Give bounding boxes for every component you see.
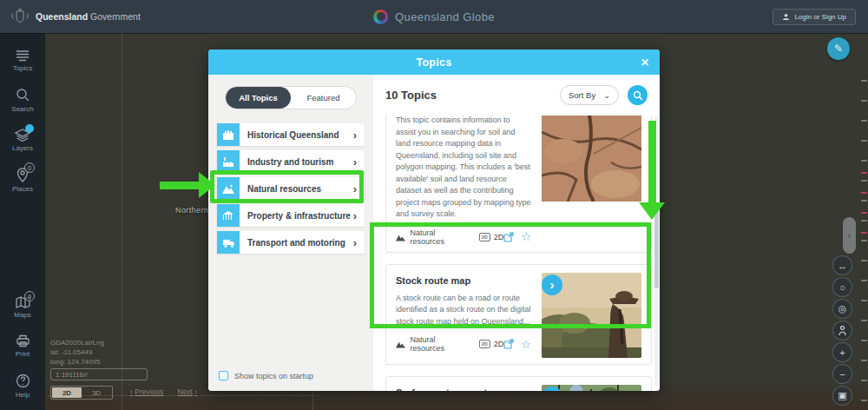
category-property-infrastructure[interactable]: Property & infrastructure › <box>217 204 365 227</box>
latitude-value: lat: -11.05449 <box>50 347 104 357</box>
swipe-icon: ↔ <box>838 261 847 271</box>
sidebar-bottom-group: 0 Maps Print Help <box>0 288 45 407</box>
favourite-star-icon[interactable]: ☆ <box>521 339 531 350</box>
chevron-left-icon: ‹ <box>130 387 133 396</box>
coordinate-readout: GDA2020Lat/Lng lat: -11.05449 long: 124.… <box>50 338 104 367</box>
map-ruler <box>861 80 867 405</box>
locate-button[interactable]: ◎ <box>832 299 852 319</box>
scrollbar-thumb[interactable] <box>654 208 659 288</box>
chevron-right-icon: › <box>353 236 357 249</box>
topic-card-surface-water[interactable]: › Surface water mgmt (unsupplemented wat… <box>385 376 652 392</box>
map-control-column: ↔ ○ ◎ + − ▣ <box>832 255 852 406</box>
topic-title: Surface water mgmt (unsupplemented water… <box>396 387 531 392</box>
coat-of-arms-icon <box>10 8 30 25</box>
sidebar-item-maps[interactable]: 0 Maps <box>0 288 45 327</box>
help-icon <box>16 374 30 388</box>
truck-icon <box>217 231 240 254</box>
chevron-right-icon: › <box>353 182 357 195</box>
sidebar-item-layers[interactable]: Layers <box>0 121 45 160</box>
datum-label: GDA2020Lat/Lng <box>50 338 104 347</box>
open-in-map-icon[interactable] <box>503 232 514 242</box>
minus-icon: − <box>839 369 845 380</box>
left-sidebar: Topics Search Layers 0 Places 0 Maps <box>0 33 45 410</box>
topic-description: This topic contains information to assis… <box>396 116 531 221</box>
card-text: This topic contains information to assis… <box>396 116 531 246</box>
longitude-value: long: 124.74095 <box>50 357 104 367</box>
topic-image-cracked-soil <box>542 116 641 246</box>
orbit-button[interactable]: ○ <box>832 277 852 297</box>
topics-results-panel: 10 Topics Sort By ⌄ This topic contains … <box>373 75 660 391</box>
sidebar-item-search[interactable]: Search <box>0 80 45 121</box>
panel-collapse-handle[interactable]: ‹ <box>843 217 856 254</box>
category-natural-resources[interactable]: Natural resources › <box>217 177 365 200</box>
tab-all-topics[interactable]: All Topics <box>226 87 291 109</box>
topic-card-stock-route[interactable]: › Stock route map A stock route can be a… <box>385 264 652 365</box>
topic-actions: ☆ <box>503 339 531 350</box>
app-title: Queensland Globe <box>395 10 495 23</box>
layers-badge <box>25 124 34 133</box>
topics-icon <box>15 50 30 62</box>
topic-title: Stock route map <box>396 274 531 287</box>
search-icon <box>633 90 643 101</box>
mountain-icon <box>396 340 406 348</box>
sidebar-item-print[interactable]: Print <box>0 327 45 366</box>
zoom-in-button[interactable]: + <box>832 342 852 362</box>
graticule-line <box>122 33 122 410</box>
mountain-icon <box>396 233 406 241</box>
chevron-right-icon: › <box>353 209 357 222</box>
printer-icon <box>16 334 30 347</box>
maps-badge: 0 <box>24 291 35 301</box>
swipe-tool-button[interactable]: ↔ <box>832 255 852 275</box>
card-text: Stock route map A stock route can be a r… <box>396 273 531 358</box>
chevron-right-icon: › <box>194 387 197 396</box>
topic-description: A stock route can be a road or route ide… <box>396 293 531 328</box>
user-icon <box>782 13 790 21</box>
extent-icon: ▣ <box>838 390 846 401</box>
sort-by-dropdown[interactable]: Sort By ⌄ <box>560 85 619 105</box>
modal-title: Topics <box>416 56 451 69</box>
category-transport-motoring[interactable]: Transport and motoring › <box>217 231 365 254</box>
map-place-label: Northern <box>175 206 208 215</box>
dimension-label: 2D <box>494 340 504 348</box>
category-historical-queensland[interactable]: Historical Queensland › <box>217 123 365 146</box>
industry-icon <box>217 150 240 173</box>
sidebar-top-group: Topics Search Layers 0 Places <box>0 42 45 201</box>
dimension-icon: 2D <box>479 340 490 348</box>
startup-option: Show topics on startup <box>219 371 313 380</box>
topic-card-soil-land[interactable]: This topic contains information to assis… <box>385 116 652 253</box>
target-icon: ◎ <box>838 303 847 314</box>
show-topics-checkbox[interactable] <box>219 371 228 380</box>
sidebar-item-topics[interactable]: Topics <box>0 42 45 80</box>
draw-tool-button[interactable]: ✎ <box>827 37 850 60</box>
previous-link[interactable]: ‹ Previous <box>130 387 163 396</box>
extent-button[interactable]: ▣ <box>832 386 852 406</box>
queensland-government-logo[interactable]: Queensland Government <box>0 8 141 25</box>
sidebar-item-help[interactable]: Help <box>0 366 45 407</box>
map-pagination: ‹ Previous Next › <box>130 387 197 396</box>
search-icon <box>16 88 30 102</box>
results-header: 10 Topics Sort By ⌄ <box>373 75 660 116</box>
zoom-out-button[interactable]: − <box>832 364 852 384</box>
mountain-icon <box>217 177 240 200</box>
map-scale-input[interactable]: 1:191116// <box>50 368 148 380</box>
close-button[interactable]: ✕ <box>641 50 649 75</box>
login-button[interactable]: Login or Sign Up <box>773 9 856 25</box>
tab-featured[interactable]: Featured <box>291 87 356 109</box>
modal-body: All Topics Featured Historical Queenslan… <box>208 75 660 391</box>
view-3d-button[interactable]: 3D <box>82 387 111 398</box>
sidebar-item-places[interactable]: 0 Places <box>0 160 45 201</box>
close-icon: ✕ <box>641 56 649 69</box>
places-badge: 0 <box>24 162 35 173</box>
topic-meta: Natural resources 2D 2D ☆ <box>396 335 531 353</box>
open-topic-button[interactable]: › <box>542 274 562 295</box>
streetview-button[interactable] <box>832 321 852 341</box>
plus-icon: + <box>839 347 845 358</box>
category-industry-tourism[interactable]: Industry and tourism › <box>217 150 365 173</box>
view-2d-button[interactable]: 2D <box>52 387 82 398</box>
topic-card-list: This topic contains information to assis… <box>385 116 652 391</box>
open-in-map-icon[interactable] <box>503 339 514 349</box>
next-link[interactable]: Next › <box>177 387 197 396</box>
topics-search-button[interactable] <box>628 85 648 105</box>
favourite-star-icon[interactable]: ☆ <box>521 231 531 242</box>
topics-tab-group: All Topics Featured <box>225 86 357 109</box>
